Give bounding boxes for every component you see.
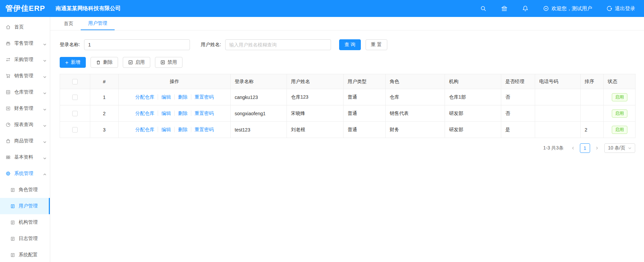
sidebar-item-reports[interactable]: 报表查询	[0, 117, 50, 133]
cell-user-name: 刘老根	[287, 122, 344, 138]
sidebar-item-purchase[interactable]: 采购管理	[0, 52, 50, 68]
action-toolbar: + 新增 删除 启用 禁用	[60, 57, 635, 68]
table-header-row: # 操作 登录名称 用户姓名 用户类型 角色 机构 是否经理 电话号码 排序 状	[60, 74, 636, 89]
chevron-down-icon	[43, 107, 46, 110]
grid-icon	[5, 155, 11, 160]
col-user-name: 用户姓名	[287, 74, 344, 89]
cell-is-manager: 否	[501, 105, 535, 122]
chevron-down-icon	[43, 42, 46, 45]
assign-warehouse-link[interactable]: 分配仓库	[135, 110, 154, 116]
row-index: 2	[90, 105, 119, 122]
delete-link[interactable]: 删除	[174, 127, 188, 132]
col-org: 机构	[445, 74, 501, 89]
reset-password-link[interactable]: 重置密码	[191, 110, 214, 116]
sidebar-item-goods[interactable]: 商品管理	[0, 133, 50, 149]
goods-icon	[5, 138, 11, 144]
sidebar-item-log-mgmt[interactable]: 日志管理	[0, 230, 50, 247]
bell-icon[interactable]	[522, 5, 529, 12]
sidebar-item-label: 零售管理	[14, 40, 33, 46]
sidebar-item-system-config[interactable]: 系统配置	[0, 247, 50, 262]
reset-button[interactable]: 重 置	[366, 39, 387, 50]
enable-button[interactable]: 启用	[123, 57, 150, 68]
sidebar-item-basedata[interactable]: 基本资料	[0, 149, 50, 165]
col-is-manager: 是否经理	[501, 74, 535, 89]
pie-chart-icon	[5, 122, 11, 127]
search-button[interactable]: 查 询	[339, 39, 361, 50]
retail-icon	[5, 41, 11, 46]
chevron-down-icon	[43, 58, 46, 61]
table-row: 3 分配仓库编辑删除重置密码 test123 刘老根 普通 财务 研发部 是	[60, 122, 636, 138]
table-row: 2 分配仓库编辑删除重置密码 songxiaofeng1 宋晓锋 普通 销售代表…	[60, 105, 636, 122]
plus-icon: +	[65, 60, 69, 65]
cell-org: 仓库1部	[445, 89, 501, 105]
col-index: #	[90, 74, 119, 89]
assign-warehouse-link[interactable]: 分配仓库	[135, 127, 154, 132]
tab-bar: 首页 用户管理	[50, 17, 644, 31]
edit-link[interactable]: 编辑	[158, 94, 171, 100]
cell-is-manager: 否	[501, 89, 535, 105]
disable-button[interactable]: 禁用	[155, 57, 182, 68]
sidebar-item-warehouse[interactable]: 仓库管理	[0, 84, 50, 100]
user-menu[interactable]: 欢迎您，测试用户	[543, 5, 592, 12]
prev-page-button[interactable]	[568, 143, 578, 153]
row-checkbox[interactable]	[72, 127, 78, 133]
col-status: 状态	[604, 74, 636, 89]
user-name-label: 用户姓名:	[201, 42, 221, 48]
chevron-right-icon	[595, 146, 599, 150]
sidebar-item-finance[interactable]: 财务管理	[0, 100, 50, 117]
page-size-select[interactable]: 10 条/页	[604, 143, 635, 153]
select-all-checkbox[interactable]	[72, 79, 78, 84]
chevron-down-icon	[628, 146, 631, 150]
delete-link[interactable]: 删除	[174, 94, 188, 100]
sidebar-item-label: 销售管理	[14, 73, 33, 79]
sidebar-item-role-mgmt[interactable]: 角色管理	[0, 182, 50, 198]
chevron-left-icon	[571, 146, 575, 150]
chevron-down-icon	[43, 123, 46, 126]
cell-sort: 2	[581, 122, 604, 138]
login-name-input[interactable]	[84, 39, 190, 50]
edit-link[interactable]: 编辑	[158, 110, 171, 116]
cell-sort	[581, 89, 604, 105]
cell-org: 研发部	[445, 105, 501, 122]
assign-warehouse-link[interactable]: 分配仓库	[135, 94, 154, 100]
logout-icon	[606, 5, 612, 12]
tab-user-mgmt[interactable]: 用户管理	[81, 17, 115, 30]
edit-link[interactable]: 编辑	[158, 127, 171, 132]
chevron-up-icon	[43, 172, 46, 175]
sidebar-item-retail[interactable]: 零售管理	[0, 35, 50, 52]
enable-button-label: 启用	[135, 59, 145, 65]
next-page-button[interactable]	[592, 143, 602, 153]
cell-user-type: 普通	[344, 89, 386, 105]
add-button[interactable]: + 新增	[60, 57, 86, 68]
content: 登录名称: 用户姓名: 查 询 重 置 + 新增 删除	[50, 31, 644, 262]
tab-home[interactable]: 首页	[56, 17, 81, 30]
sidebar-item-user-mgmt[interactable]: 用户管理	[0, 198, 50, 214]
cell-phone	[535, 122, 581, 138]
sidebar-item-label: 系统管理	[14, 170, 33, 177]
search-icon[interactable]	[480, 5, 487, 12]
chevron-down-icon	[43, 139, 46, 143]
reset-password-link[interactable]: 重置密码	[191, 94, 214, 100]
sidebar-item-org-mgmt[interactable]: 机构管理	[0, 214, 50, 230]
sidebar-item-label: 用户管理	[19, 203, 38, 209]
sidebar-item-label: 角色管理	[19, 187, 38, 193]
delete-button[interactable]: 删除	[91, 57, 118, 68]
sidebar-item-home[interactable]: 首页	[0, 19, 50, 35]
cell-user-type: 普通	[344, 122, 386, 138]
sidebar-item-label: 日志管理	[19, 236, 38, 242]
bank-icon[interactable]	[501, 5, 508, 12]
logout-button[interactable]: 退出登录	[606, 5, 635, 12]
sidebar-item-label: 财务管理	[14, 105, 33, 112]
sidebar-item-system[interactable]: 系统管理	[0, 165, 50, 182]
row-checkbox[interactable]	[72, 111, 78, 116]
row-checkbox[interactable]	[72, 95, 78, 100]
user-name-input[interactable]	[225, 39, 331, 50]
sidebar-item-label: 基本资料	[14, 154, 33, 160]
pagination: 1-3 共3条 1 10 条/页	[60, 143, 635, 153]
delete-link[interactable]: 删除	[174, 110, 188, 116]
sidebar-item-sales[interactable]: 销售管理	[0, 68, 50, 84]
reset-password-link[interactable]: 重置密码	[191, 127, 214, 132]
warehouse-icon	[5, 89, 11, 95]
chevron-down-icon	[43, 90, 46, 94]
page-number[interactable]: 1	[580, 143, 590, 153]
